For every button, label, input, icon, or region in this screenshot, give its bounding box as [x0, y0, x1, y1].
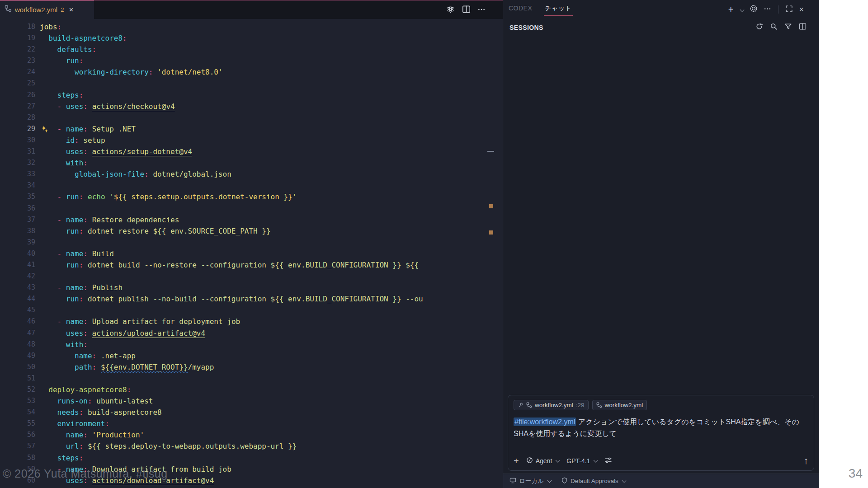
code-line[interactable]: 44 run: dotnet publish --no-build --conf… — [0, 293, 500, 305]
code-line[interactable]: 22 defaults: — [0, 44, 500, 55]
plus-icon[interactable]: + — [728, 5, 734, 14]
code-line[interactable]: 29 - name: Setup .NET — [0, 123, 500, 135]
code-line[interactable]: 32 with: — [0, 157, 500, 169]
code-line[interactable]: 49 name: .net-app — [0, 350, 500, 361]
chevron-down-icon[interactable] — [740, 7, 745, 12]
code-line[interactable]: 54 needs: build-aspnetcore8 — [0, 407, 500, 418]
code-line[interactable]: 24 working-directory: 'dotnet/net8.0' — [0, 66, 500, 78]
openai-logo-icon[interactable] — [446, 5, 455, 14]
slide: workflow2.yml 2 × — [0, 0, 868, 488]
code-text: uses: actions/upload-artifact@v4 — [40, 329, 205, 338]
tab-workflow2[interactable]: workflow2.yml 2 × — [0, 0, 94, 19]
code-line[interactable]: 56 name: 'Production' — [0, 429, 500, 441]
model-selector[interactable]: GPT-4.1 — [566, 457, 597, 465]
code-line[interactable]: 50 path: ${{env.DOTNET_ROOT}}/myapp — [0, 361, 500, 373]
code-line[interactable]: 37 - name: Restore dependencies — [0, 214, 500, 225]
line-number: 23 — [0, 55, 35, 66]
code-text: global-json-file: dotnet/global.json — [40, 170, 231, 178]
code-line[interactable]: 41 run: dotnet build --no-restore --conf… — [0, 259, 500, 271]
code-editor[interactable]: 18jobs:19 build-aspnetcore8:22 defaults:… — [0, 19, 500, 488]
code-line[interactable]: 31 uses: actions/setup-dotnet@v4 — [0, 146, 500, 157]
code-line[interactable]: 30 id: setup — [0, 135, 500, 146]
code-line[interactable]: 51 — [0, 373, 500, 384]
code-text: - name: Restore dependencies — [40, 216, 179, 224]
code-line[interactable]: 43 - name: Publish — [0, 282, 500, 293]
gear-icon[interactable] — [750, 5, 758, 14]
chevron-down-icon — [556, 458, 560, 463]
environment-selector[interactable]: ローカル — [509, 477, 551, 485]
chevron-down-icon — [594, 458, 598, 463]
filter-icon[interactable] — [784, 23, 792, 32]
tab-filename: workflow2.yml — [15, 6, 57, 14]
code-line[interactable]: 28 — [0, 112, 500, 123]
code-line[interactable]: 38 run: dotnet restore ${{ env.SOURCE_CO… — [0, 225, 500, 237]
line-number: 29 — [0, 123, 35, 135]
line-number: 43 — [0, 282, 35, 293]
code-line[interactable]: 39 — [0, 237, 500, 248]
approvals-label: Default Approvals — [571, 478, 618, 484]
sliders-icon[interactable] — [604, 456, 612, 465]
vscode-window: workflow2.yml 2 × — [0, 0, 819, 488]
code-line[interactable]: 40 - name: Build — [0, 248, 500, 259]
code-line[interactable]: 23 run: — [0, 55, 500, 66]
code-line[interactable]: 55 environment: — [0, 418, 500, 429]
close-icon[interactable]: × — [799, 5, 804, 14]
line-number: 53 — [0, 395, 35, 407]
code-line[interactable]: 58 steps: — [0, 452, 500, 464]
mode-selector[interactable]: Agent — [526, 457, 560, 465]
code-line[interactable]: 45 — [0, 305, 500, 316]
code-text: run: dotnet build --no-restore --configu… — [40, 261, 419, 269]
line-number: 54 — [0, 407, 35, 418]
context-chip-line[interactable]: workflow2.yml:29 — [514, 400, 589, 410]
chat-message[interactable]: #file:workflow2.yml アクションで使用しているタグのをコミット… — [514, 416, 812, 440]
line-number: 46 — [0, 316, 35, 327]
line-number: 38 — [0, 225, 35, 237]
code-line[interactable]: 52 deploy-aspnetcore8: — [0, 384, 500, 395]
more-icon[interactable] — [477, 5, 486, 14]
scrollbar-thumb[interactable] — [487, 151, 494, 152]
code-line[interactable]: 42 — [0, 271, 500, 282]
panel-footer: ローカル Default Approvals — [503, 474, 819, 488]
split-editor-icon[interactable] — [462, 5, 471, 14]
sessions-label: SESSIONS — [509, 24, 543, 31]
code-text: steps: — [40, 454, 83, 462]
code-line[interactable]: 34 — [0, 180, 500, 191]
chat-input-box[interactable]: workflow2.yml:29 workflow2.yml #file:wor… — [508, 395, 814, 471]
line-number: 22 — [0, 44, 35, 55]
split-columns-icon[interactable] — [799, 23, 807, 32]
code-text: environment: — [40, 419, 109, 428]
code-line[interactable]: 25 — [0, 78, 500, 89]
code-line[interactable]: 47 uses: actions/upload-artifact@v4 — [0, 328, 500, 339]
search-icon[interactable] — [770, 23, 778, 32]
line-number: 25 — [0, 78, 35, 89]
chevron-down-icon — [622, 478, 626, 483]
code-line[interactable]: 33 global-json-file: dotnet/global.json — [0, 169, 500, 180]
code-line[interactable]: 35 - run: echo '${{ steps.setup.outputs.… — [0, 191, 500, 202]
approvals-selector[interactable]: Default Approvals — [561, 477, 626, 485]
code-line[interactable]: 57 url: ${{ steps.deploy-to-webapp.outpu… — [0, 441, 500, 452]
add-context-button[interactable]: + — [514, 456, 519, 465]
refresh-icon[interactable] — [755, 23, 763, 32]
code-line[interactable]: 26 steps: — [0, 89, 500, 101]
context-chip-file[interactable]: workflow2.yml — [592, 400, 647, 410]
code-line[interactable]: 36 — [0, 203, 500, 214]
tab-edit-badge: 2 — [61, 6, 64, 13]
line-number: 36 — [0, 203, 35, 214]
code-line[interactable]: 18jobs: — [0, 21, 500, 33]
code-line[interactable]: 19 build-aspnetcore8: — [0, 33, 500, 44]
expand-icon[interactable] — [785, 5, 793, 14]
line-number: 30 — [0, 135, 35, 146]
code-line[interactable]: 46 - name: Upload artifact for deploymen… — [0, 316, 500, 327]
panel-header-icons: + × — [728, 5, 804, 14]
code-line[interactable]: 27 - uses: actions/checkout@v4 — [0, 101, 500, 112]
code-text: - run: echo '${{ steps.setup.outputs.dot… — [40, 192, 297, 201]
model-label: GPT-4.1 — [566, 457, 590, 465]
tab-codex[interactable]: CODEX — [509, 5, 532, 16]
more-icon[interactable] — [764, 5, 771, 14]
close-icon[interactable]: × — [69, 6, 73, 14]
code-line[interactable]: 53 runs-on: ubuntu-latest — [0, 395, 500, 407]
tab-chat[interactable]: チャット — [545, 5, 571, 16]
send-button[interactable]: ↑ — [804, 455, 809, 466]
code-line[interactable]: 48 with: — [0, 339, 500, 350]
code-text: uses: actions/setup-dotnet@v4 — [40, 147, 192, 156]
